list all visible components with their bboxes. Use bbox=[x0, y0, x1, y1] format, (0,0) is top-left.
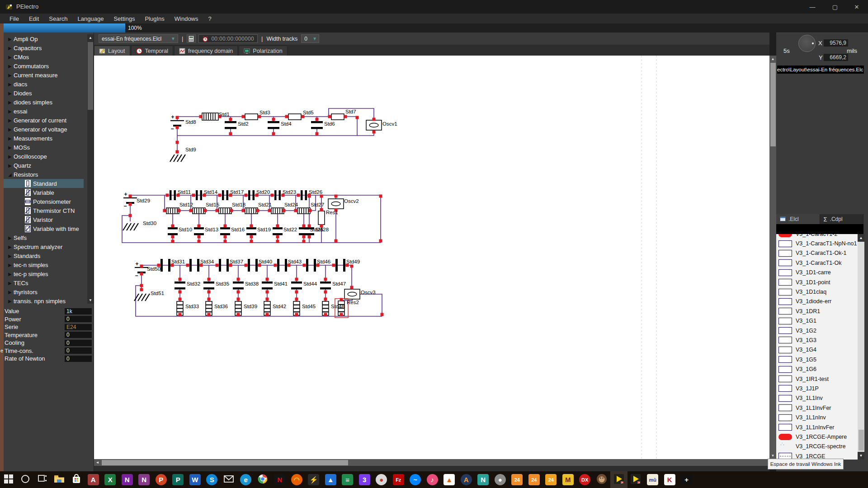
taskbar-icon-access[interactable]: A bbox=[85, 471, 102, 488]
canvas-horizontal-scrollbar[interactable]: ◄ bbox=[94, 459, 769, 466]
taskbar-icon-musescore[interactable]: mū bbox=[644, 471, 661, 488]
sidebar-item-cmos[interactable]: ▶CMos bbox=[4, 52, 84, 61]
collapsed-arrow-icon[interactable]: ▶ bbox=[8, 109, 14, 114]
taskbar-icon-pelectro-2[interactable]: 24 bbox=[627, 471, 645, 488]
menu-item-?[interactable]: ? bbox=[203, 14, 217, 23]
taskbar-icon-file-explorer[interactable] bbox=[51, 471, 68, 488]
taskbar-icon-onenote-alt[interactable]: N bbox=[136, 471, 153, 488]
collapsed-arrow-icon[interactable]: ▶ bbox=[8, 281, 14, 286]
collapsed-arrow-icon[interactable]: ▶ bbox=[8, 91, 14, 96]
collapsed-arrow-icon[interactable]: ▶ bbox=[8, 37, 14, 42]
file-list-item[interactable]: V3_1IR1-test bbox=[776, 374, 858, 384]
schematic-file-dropdown[interactable]: essai-En fréquences.Elcl ▼ bbox=[99, 34, 178, 43]
list-scroll-up-icon[interactable]: ▲ bbox=[858, 234, 864, 242]
tree-scroll-down-icon[interactable]: ▼ bbox=[87, 297, 94, 304]
taskbar-icon-edge[interactable]: e bbox=[237, 471, 255, 488]
sidebar-item-tecs[interactable]: ▶TECs bbox=[4, 278, 84, 287]
taskbar-icon-audacity[interactable]: A bbox=[458, 471, 475, 488]
file-list-item[interactable]: V3_1G5 bbox=[776, 355, 858, 364]
sidebar-item-variable[interactable]: Variable bbox=[4, 188, 84, 197]
menu-item-settings[interactable]: Settings bbox=[108, 14, 140, 23]
taskbar-icon-new-app[interactable]: + bbox=[678, 471, 695, 488]
tab-layout[interactable]: Layout bbox=[94, 46, 130, 56]
property-field-rate-of-newton[interactable]: 0 bbox=[65, 356, 92, 362]
taskbar-icon-calendar-24-c[interactable]: 24 bbox=[542, 471, 560, 488]
taskbar-icon-word[interactable]: W bbox=[187, 471, 204, 488]
taskbar-icon-firefox[interactable]: ◠ bbox=[288, 471, 306, 488]
taskbar-icon-publisher[interactable]: P bbox=[170, 471, 187, 488]
taskbar-icon-app-m[interactable]: M bbox=[560, 471, 577, 488]
file-list-item[interactable]: V3_1G1 bbox=[776, 316, 858, 326]
menu-item-search[interactable]: Search bbox=[44, 14, 72, 23]
sidebar-item-diacs[interactable]: ▶diacs bbox=[4, 80, 84, 89]
sidebar-item-quartz[interactable]: ▶Quartz bbox=[4, 161, 84, 170]
collapsed-arrow-icon[interactable]: ▶ bbox=[8, 127, 14, 132]
collapsed-arrow-icon[interactable]: ▶ bbox=[8, 64, 14, 69]
taskbar-icon-start[interactable] bbox=[0, 471, 17, 488]
tree-scrollbar[interactable]: ▲ ▼ bbox=[87, 34, 94, 304]
menu-item-file[interactable]: File bbox=[5, 14, 24, 23]
taskbar-icon-app-generic[interactable]: ● bbox=[492, 471, 509, 488]
taskbar-icon-flash-player[interactable]: ⚡ bbox=[305, 471, 322, 488]
collapsed-arrow-icon[interactable]: ▶ bbox=[8, 163, 14, 168]
collapsed-arrow-icon[interactable]: ▶ bbox=[8, 46, 14, 51]
taskbar-icon-dx[interactable]: DX bbox=[576, 471, 594, 488]
sidebar-item-tec-p-simples[interactable]: ▶tec-p simples bbox=[4, 269, 84, 278]
collapsed-arrow-icon[interactable]: ▶ bbox=[8, 290, 14, 295]
taskbar-icon-powerpoint[interactable]: P bbox=[153, 471, 170, 488]
collapsed-arrow-icon[interactable]: ▶ bbox=[8, 73, 14, 78]
sidebar-item-commutators[interactable]: ▶Commutators bbox=[4, 61, 84, 70]
tab-frequency-domain[interactable]: frequency domain bbox=[174, 46, 238, 56]
canvas-vscroll-thumb[interactable] bbox=[770, 63, 776, 146]
list-scroll-down-icon[interactable]: ▼ bbox=[858, 452, 864, 460]
file-list-item[interactable]: V3_1D1-carre bbox=[776, 268, 858, 277]
taskbar-icon-kicad[interactable]: K bbox=[661, 471, 679, 488]
collapsed-arrow-icon[interactable]: ▶ bbox=[8, 136, 14, 141]
speed-knob[interactable] bbox=[798, 35, 816, 52]
collapsed-arrow-icon[interactable]: ▶ bbox=[8, 118, 14, 123]
taskbar-icon-excel[interactable]: X bbox=[102, 471, 119, 488]
library-tab-elcl[interactable]: .Elcl bbox=[776, 214, 820, 224]
sidebar-item-resistors[interactable]: ◢Resistors bbox=[4, 170, 84, 179]
taskbar-icon-vlc[interactable]: ▲ bbox=[441, 471, 458, 488]
property-field-cooling[interactable]: 0 bbox=[65, 340, 92, 346]
tab-temporal[interactable]: Temporal bbox=[131, 46, 173, 56]
file-list-item[interactable]: V3_1L1Inv bbox=[776, 394, 858, 403]
sidebar-item-diodes-simples[interactable]: ▶diodes simples bbox=[4, 98, 84, 107]
canvas-vertical-scrollbar[interactable]: ▲ ▼ bbox=[769, 56, 776, 459]
list-scroll-thumb[interactable] bbox=[859, 430, 864, 450]
file-list-item[interactable]: V3_1L1nInvFer bbox=[776, 422, 858, 432]
sidebar-item-tec-n-simples[interactable]: ▶tec-n simples bbox=[4, 260, 84, 269]
sidebar-item-current-measure[interactable]: ▶Current measure bbox=[4, 70, 84, 80]
collapsed-arrow-icon[interactable]: ▶ bbox=[8, 253, 14, 258]
file-list-item[interactable]: V3_1-CaracT1-Ok bbox=[776, 258, 858, 267]
sidebar-item-selfs[interactable]: ▶Selfs bbox=[4, 233, 84, 242]
taskbar-icon-calendar-24-a[interactable]: 24 bbox=[509, 471, 526, 488]
collapsed-arrow-icon[interactable]: ▶ bbox=[8, 82, 14, 87]
tab-polarization[interactable]: Polarization bbox=[239, 46, 287, 56]
collapsed-arrow-icon[interactable]: ▶ bbox=[8, 263, 14, 267]
taskbar-icon-notes-app[interactable]: N bbox=[475, 471, 492, 488]
taskbar-icon-photos[interactable]: ▲ bbox=[322, 471, 340, 488]
collapsed-arrow-icon[interactable]: ▶ bbox=[8, 244, 14, 249]
sidebar-item-measurements[interactable]: ▶Measurements bbox=[4, 134, 84, 143]
sidebar-item-generator-of-voltage[interactable]: ▶Generator of voltage bbox=[4, 125, 84, 134]
taskbar-icon-task-view[interactable] bbox=[34, 471, 51, 488]
expanded-arrow-icon[interactable]: ◢ bbox=[8, 172, 14, 177]
taskbar-icon-onenote[interactable]: N bbox=[119, 471, 136, 488]
sidebar-item-oscilloscope[interactable]: ▶Oscilloscope bbox=[4, 152, 84, 161]
collapsed-arrow-icon[interactable]: ▶ bbox=[8, 272, 14, 277]
library-tab-cdpl[interactable]: Σ.Cdpl bbox=[820, 214, 864, 224]
collapsed-arrow-icon[interactable]: ▶ bbox=[8, 100, 14, 105]
taskbar-icon-pelectro-running[interactable]: 24 bbox=[610, 471, 627, 488]
collapsed-arrow-icon[interactable]: ▶ bbox=[8, 299, 14, 304]
sidebar-item-thermistor-ctn[interactable]: Thermistor CTN bbox=[4, 206, 84, 215]
sidebar-item-capacitors[interactable]: ▶Capacitors bbox=[4, 43, 84, 52]
sidebar-item-moss[interactable]: ▶MOSs bbox=[4, 143, 84, 152]
file-list-item[interactable]: V3_1RCGE-spectre bbox=[776, 442, 858, 451]
taskbar-icon-chrome[interactable] bbox=[255, 471, 272, 488]
taskbar-icon-mail[interactable] bbox=[221, 471, 238, 488]
menu-item-edit[interactable]: Edit bbox=[24, 14, 44, 23]
file-list-item[interactable]: V3_1-CaracT1-Ok-1 bbox=[776, 249, 858, 258]
taskbar-icon-spreadsheet-app[interactable]: ≡ bbox=[339, 471, 356, 488]
